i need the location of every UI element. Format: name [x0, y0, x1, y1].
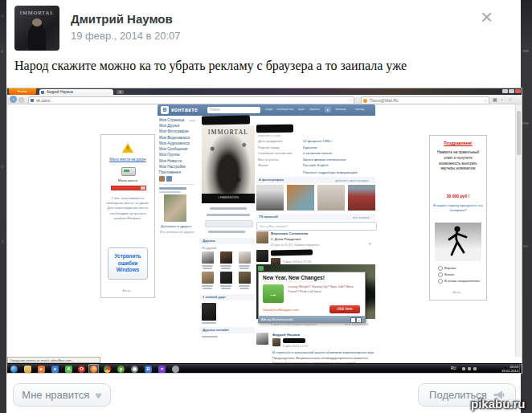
background-text-fragment: к: [1, 48, 3, 54]
vk-search-field: Поиск: [207, 107, 260, 113]
info-label: Родной город:: [258, 145, 280, 149]
background-right-strip: [521, 0, 532, 413]
friend-name: [221, 288, 231, 289]
post-date[interactable]: 19 февр., 2014 в 20:07: [71, 30, 181, 42]
avatar-figure: [28, 23, 46, 51]
forward-icon: ›: [18, 97, 24, 103]
wall-post-date: 4 фев 2014 в 1:07: [283, 345, 308, 348]
popup-ad-body: Losing Weight? Saving Up? New Job? More …: [288, 284, 360, 295]
friend-name: [239, 285, 250, 287]
right-ad-body: Нажмите на правильный ответ и получите в…: [433, 150, 483, 172]
page: { "colors": {"vk_blue": "#5b7fa6", "link…: [0, 0, 532, 413]
background-text-fragment: [522, 122, 529, 125]
vk-menu-edit: ред.: [190, 119, 195, 122]
avatar-title: IMMORTAL: [14, 10, 59, 15]
radio-icon: [438, 272, 443, 277]
vk-topnav-logout: выход: [355, 108, 364, 111]
popup-ad-footer-text: Ads by Monetiseworld: [261, 317, 293, 321]
friend-avatar: [239, 251, 251, 264]
popup-ad-title: New Year, New Changes!: [263, 275, 325, 280]
opera-icon: O: [78, 366, 85, 373]
magnifier-icon: ⌕: [485, 98, 487, 104]
vk-menu-news: Мои Новости: [159, 159, 182, 163]
new-tab-button: +: [117, 90, 124, 94]
popup-ad-arrow-icon: →: [263, 284, 284, 303]
firefox-icon: [90, 366, 97, 373]
radio-icon: [438, 266, 443, 271]
avatar-face: [32, 18, 42, 27]
profile-poster: IMMORTAL I, FRANKENSTEIN: [202, 125, 255, 203]
vk-topnav-help: помощь: [335, 108, 346, 111]
address-bar: vk.com/… ☆: [28, 96, 354, 104]
background-left-strip: ч к о л: [0, 0, 6, 413]
background-text-fragment: л: [1, 239, 4, 244]
friends-header: Друзья: [200, 238, 255, 244]
window-minimize-button: [502, 89, 508, 93]
friend-name: [220, 265, 231, 267]
window-maximize-button: [509, 89, 514, 93]
window-close-button: [515, 89, 521, 93]
left-ad-footer: Ads by …: [101, 289, 154, 292]
wall-post-text: В стрельбе в московской школе обвинили к…: [272, 350, 374, 354]
friends-online-count: [202, 336, 218, 337]
status-input: Что у Вас нового?: [256, 222, 377, 231]
profile-action-button: [205, 220, 253, 227]
browser-tab: Андрей Наумов: [39, 89, 113, 95]
url-favicon: [31, 99, 34, 102]
disk-icon: [121, 167, 136, 176]
wall-post-meta: 25 дек в 21:31 | Комментировать: [271, 243, 320, 247]
like-button[interactable]: Мне нравится ♥: [13, 383, 111, 407]
utorrent-icon: µ: [117, 366, 125, 373]
heart-icon: ♥: [95, 389, 101, 402]
vk-topnav-games: игры: [298, 108, 305, 111]
vk-menu-my-page: Моя Страница: [159, 118, 184, 122]
info-value: Русский, English: [303, 163, 329, 167]
right-ad-option: Влево: [438, 272, 454, 277]
post-author[interactable]: Дмитрий Наумов: [71, 12, 173, 26]
close-icon[interactable]: ×: [481, 6, 493, 27]
friend-avatar: [220, 251, 232, 264]
search-bar: Поиск@Mail.Ru ⌕: [361, 96, 489, 104]
censor-blob: [271, 250, 313, 256]
media-player-classic-icon: ×: [158, 366, 166, 373]
vk-header: В контакте Поиск люди сообщества игры му…: [158, 104, 375, 116]
vk-logo-icon: В: [161, 106, 169, 114]
vk-app-icon: [159, 176, 165, 182]
left-ad-caption: Мало места: [101, 178, 154, 182]
right-ad-footer: Ads by …: [430, 291, 486, 294]
photo-thumb: [287, 185, 314, 211]
wall-post-like-icon: ♥: [369, 242, 371, 246]
like-button-label: Мне нравится: [22, 389, 89, 401]
background-text-fragment: [523, 50, 529, 52]
popup-ad-click-button: click here: [329, 305, 360, 313]
chrome-icon: [104, 366, 111, 373]
post-attachment-screenshot[interactable]: Firefox Андрей Наумов + ‹ › vk.com/… ☆ П…: [6, 88, 522, 374]
aimp-icon: A: [65, 366, 72, 373]
wall-all-link: все записи: [353, 215, 369, 219]
vk-logo-text: контакте: [171, 107, 198, 112]
internet-explorer-icon: e: [51, 366, 59, 373]
browser-tab-bar: Firefox Андрей Наумов +: [7, 88, 522, 95]
start-orb-icon: [10, 366, 18, 373]
friend-avatar: [220, 272, 232, 284]
avatar[interactable]: IMMORTAL: [14, 6, 59, 51]
friend-name: [239, 288, 249, 289]
scrollbar: [515, 104, 522, 357]
vk-menu-settings: Мои Настройки: [159, 165, 186, 169]
popup-ad-footer: Ads by Monetiseworld – ×: [259, 316, 365, 322]
search-engine-icon: [363, 99, 367, 103]
wall-post-meta: 4 фев в 0:38 | Комментировать: [271, 322, 317, 326]
wall-post-avatar: [256, 250, 268, 262]
right-ad-question: В какую сторону вращается эта балерина?: [433, 203, 483, 213]
censor-blob: [202, 115, 250, 125]
watermark: pikabu.ru: [471, 397, 526, 411]
right-ad-option: В обоих направлениях: [438, 279, 480, 284]
post-text: Народ скажите можно ка то убрать рекламу…: [14, 59, 407, 73]
info-label: День рождения:: [258, 139, 283, 143]
left-ad-body: У вас заканчивается свободное место на д…: [106, 196, 149, 221]
ballerina-silhouette: [435, 223, 481, 261]
left-ad-link: Мало места на диске: [101, 157, 154, 162]
back-icon: ‹: [10, 96, 17, 103]
vk-topnav-music: музыка: [309, 108, 320, 111]
suggested-friend-name: [159, 187, 186, 190]
